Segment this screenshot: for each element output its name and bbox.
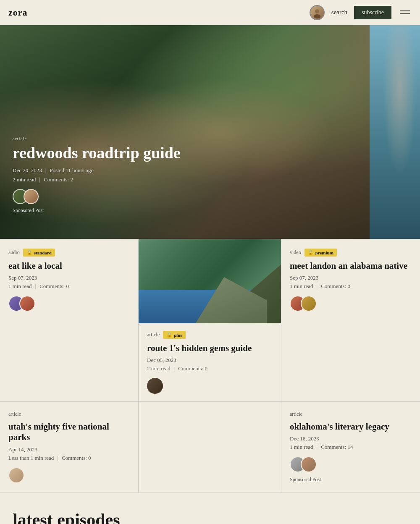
card-center-read: 2 min read (147, 365, 171, 372)
card-right-tag-row: video 🔒 premium (290, 249, 412, 257)
card-right-badge: 🔒 premium (304, 249, 337, 257)
menu-button[interactable] (398, 9, 412, 16)
card-left-tag-row: audio 🔒 standard (8, 249, 130, 257)
card-right-read: 1 min read (290, 283, 313, 290)
card-route1-hidden-gems[interactable]: article 🔒 plus route 1's hidden gems gui… (139, 239, 281, 401)
card-center-title: route 1's hidden gems guide (147, 343, 273, 354)
card-right-tag: video (290, 249, 301, 256)
card-center-comments: Comments: 0 (178, 365, 207, 372)
card2-left-comments: Comments: 0 (62, 455, 91, 461)
card-right-meta: 1 min read | Comments: 0 (290, 283, 412, 290)
card-left-comments: Comments: 0 (39, 283, 69, 290)
card-left-badge: 🔒 standard (23, 249, 55, 257)
hero-tag: article (13, 136, 181, 141)
sep4: | (57, 455, 58, 461)
card-center-content: article 🔒 plus route 1's hidden gems gui… (139, 323, 281, 401)
card-meet-landon[interactable]: video 🔒 premium meet landon an alabama n… (281, 239, 420, 401)
card2-right-comments: Comments: 14 (321, 444, 353, 451)
hero-comments: Comments: 2 (44, 176, 73, 183)
badge-label-right: premium (315, 250, 333, 255)
card2-right-tag-row: article (290, 411, 412, 417)
card-grid-row2: article utah's mighty five national park… (0, 402, 420, 493)
card2-left-tag: article (8, 411, 21, 417)
card-center-tag: article (147, 332, 160, 338)
card-right-comments: Comments: 0 (321, 283, 350, 290)
card-center-avatars (147, 378, 273, 394)
badge-icon-right: 🔒 (308, 250, 314, 255)
hero-avatars (13, 189, 181, 204)
hero-separator2: | (39, 176, 41, 183)
card-utah-parks[interactable]: article utah's mighty five national park… (0, 402, 139, 492)
hero-main-article[interactable]: article redwoods roadtrip guide Dec 20, … (0, 25, 370, 239)
card-left-title: eat like a local (8, 261, 130, 271)
card-oklahoma-literary[interactable]: article oklahoma's literary legacy Dec 1… (281, 402, 420, 492)
hero-meta: Dec 20, 2023 | Posted 11 hours ago (13, 167, 181, 174)
card2-right-meta: 1 min read | Comments: 14 (290, 444, 412, 451)
sep3: | (317, 283, 318, 290)
card-center-meta: 2 min read | Comments: 0 (147, 365, 273, 372)
hero-sponsored: Sponsored Post (13, 207, 181, 214)
card-grid-row1: audio 🔒 standard eat like a local Sep 07… (0, 239, 420, 402)
latest-episodes-section: latest episodes Tune into our podcast se… (0, 493, 420, 524)
card2-right-title: oklahoma's literary legacy (290, 422, 412, 432)
card2-left-read: Less than 1 min read (8, 455, 54, 461)
card-center-image (139, 239, 281, 323)
badge-icon-center: 🔒 (166, 332, 172, 338)
sep5: | (317, 444, 318, 451)
avatar-4 (19, 296, 35, 312)
card-right-date: Sep 07, 2023 (290, 275, 412, 281)
hero-read-comments: 2 min read | Comments: 2 (13, 176, 181, 183)
avatar-5 (147, 378, 163, 394)
avatar-10 (301, 456, 317, 472)
hero-side-image[interactable] (370, 25, 420, 239)
hero-posted: Posted 11 hours ago (50, 167, 94, 174)
logo: zora (8, 7, 28, 18)
hero-separator: | (45, 167, 47, 174)
badge-label-center: plus (174, 333, 182, 338)
card2-left-date: Apr 14, 2023 (8, 446, 130, 453)
subscribe-button[interactable]: subscribe (354, 6, 391, 19)
card-right-title: meet landon an alabama native (290, 261, 412, 271)
svg-point-0 (315, 9, 319, 13)
avatar-8 (8, 467, 24, 483)
card-left-meta: 1 min read | Comments: 0 (8, 283, 130, 290)
hero-read-time: 2 min read (13, 176, 36, 183)
card-left-read: 1 min read (8, 283, 32, 290)
search-button[interactable]: search (331, 9, 347, 16)
user-avatar[interactable] (310, 5, 325, 20)
card2-center-spacer (139, 402, 281, 492)
card2-left-avatars (8, 467, 130, 483)
avatar-7 (301, 296, 317, 312)
card2-right-read: 1 min read (290, 444, 313, 451)
sep2: | (174, 365, 175, 372)
card-left-tag: audio (8, 249, 20, 256)
hero-section: article redwoods roadtrip guide Dec 20, … (0, 25, 420, 239)
svg-point-1 (314, 14, 320, 18)
sep: | (35, 283, 37, 290)
card-center-date: Dec 05, 2023 (147, 357, 273, 364)
header-right: search subscribe (310, 5, 412, 20)
card-left-avatars (8, 296, 130, 312)
card-center-badge: 🔒 plus (163, 331, 186, 339)
avatar-2 (24, 189, 39, 204)
card2-right-tag: article (290, 411, 302, 417)
badge-icon: 🔒 (26, 250, 32, 255)
badge-label: standard (34, 250, 52, 255)
hero-title: redwoods roadtrip guide (13, 144, 181, 162)
card2-left-meta: Less than 1 min read | Comments: 0 (8, 455, 130, 461)
hero-content: article redwoods roadtrip guide Dec 20, … (13, 136, 181, 214)
card2-right-avatars (290, 456, 412, 472)
card-center-tag-row: article 🔒 plus (147, 331, 273, 339)
card2-left-tag-row: article (8, 411, 130, 417)
card2-right-date: Dec 16, 2023 (290, 435, 412, 442)
hero-side-scene (370, 25, 420, 239)
card2-right-sponsored: Sponsored Post (290, 477, 412, 483)
card2-left-title: utah's mighty five national parks (8, 422, 130, 443)
card-right-avatars (290, 296, 412, 312)
site-header: zora search subscribe (0, 0, 420, 25)
card-eat-like-local[interactable]: audio 🔒 standard eat like a local Sep 07… (0, 239, 139, 401)
card-left-date: Sep 07, 2023 (8, 275, 130, 281)
episodes-title: latest episodes (13, 510, 407, 524)
hero-date: Dec 20, 2023 (13, 167, 42, 174)
